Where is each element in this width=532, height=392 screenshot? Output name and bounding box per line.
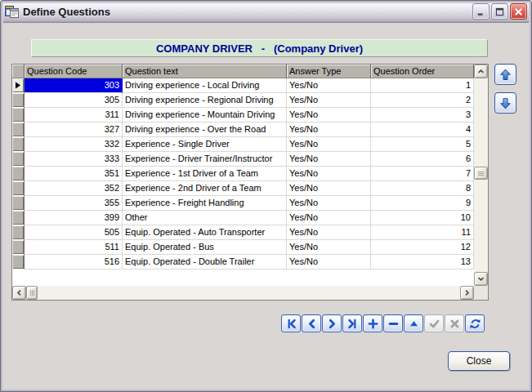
- cell-answer-type[interactable]: Yes/No: [287, 240, 371, 255]
- cell-question-code[interactable]: 351: [25, 167, 123, 181]
- cell-answer-type[interactable]: Yes/No: [287, 225, 371, 240]
- close-button[interactable]: Close: [448, 351, 510, 371]
- cell-question-text[interactable]: Driving experience - Over the Road: [123, 122, 287, 137]
- cell-question-text[interactable]: Equip. Operated - Bus: [123, 240, 287, 255]
- cell-answer-type[interactable]: Yes/No: [287, 255, 371, 270]
- table-row[interactable]: 333Experience - Driver Trainer/Instructo…: [12, 152, 474, 167]
- column-header-question-text[interactable]: Question text: [123, 65, 287, 78]
- cell-question-text[interactable]: Experience - Freight Handling: [123, 196, 287, 211]
- cell-question-text[interactable]: Other: [123, 211, 287, 225]
- cell-question-code[interactable]: 333: [25, 152, 123, 167]
- minimize-button[interactable]: [472, 3, 490, 20]
- nav-insert-button[interactable]: [363, 314, 382, 332]
- cell-question-code[interactable]: 332: [25, 137, 123, 152]
- move-up-button[interactable]: [494, 64, 516, 85]
- nav-first-button[interactable]: [281, 314, 301, 332]
- nav-edit-button[interactable]: [404, 314, 423, 332]
- scroll-left-button[interactable]: [12, 286, 26, 300]
- row-selector[interactable]: [12, 196, 25, 211]
- table-row[interactable]: 516Equip. Operated - Double TrailerYes/N…: [12, 255, 474, 270]
- cell-question-order[interactable]: 10: [371, 211, 474, 225]
- table-row[interactable]: 305Driving experience - Regional Driving…: [12, 93, 474, 108]
- row-selector[interactable]: [12, 225, 25, 240]
- cell-question-text[interactable]: Driving experience - Local Driving: [123, 78, 287, 93]
- cell-question-order[interactable]: 8: [371, 181, 474, 196]
- cell-question-code[interactable]: 305: [25, 93, 123, 108]
- nav-refresh-button[interactable]: [465, 314, 485, 332]
- cell-question-text[interactable]: Experience - Single Driver: [123, 137, 287, 152]
- cell-question-text[interactable]: Equip. Operated - Auto Transporter: [123, 225, 287, 240]
- horizontal-scroll-thumb[interactable]: [26, 286, 38, 300]
- cell-question-code[interactable]: 399: [25, 211, 123, 225]
- row-selector[interactable]: [12, 122, 25, 137]
- row-selector[interactable]: [12, 93, 25, 108]
- column-header-answer-type[interactable]: Answer Type: [287, 65, 371, 78]
- row-selector[interactable]: [12, 167, 25, 181]
- nav-last-button[interactable]: [342, 314, 362, 332]
- column-header-question-order[interactable]: Question Order: [371, 65, 474, 78]
- cell-question-order[interactable]: 1: [371, 78, 474, 93]
- horizontal-scrollbar[interactable]: [12, 286, 474, 300]
- cell-answer-type[interactable]: Yes/No: [287, 152, 371, 167]
- cell-question-order[interactable]: 6: [371, 152, 474, 167]
- current-row-indicator[interactable]: [12, 78, 25, 93]
- cell-question-text[interactable]: Driving experience - Regional Driving: [123, 93, 287, 108]
- cell-question-text[interactable]: Experience - 1st Driver of a Team: [123, 167, 287, 181]
- cell-answer-type[interactable]: Yes/No: [287, 108, 371, 122]
- table-row[interactable]: 505Equip. Operated - Auto TransporterYes…: [12, 225, 474, 240]
- vertical-scroll-thumb[interactable]: [474, 167, 488, 180]
- row-selector[interactable]: [12, 240, 25, 255]
- table-row[interactable]: 311Driving experience - Mountain Driving…: [12, 108, 474, 122]
- cell-question-code[interactable]: 505: [25, 225, 123, 240]
- cell-question-code[interactable]: 327: [25, 122, 123, 137]
- vertical-scrollbar[interactable]: [474, 65, 488, 286]
- table-row[interactable]: 355Experience - Freight HandlingYes/No9: [12, 196, 474, 211]
- cell-question-code[interactable]: 303: [25, 78, 123, 93]
- titlebar-close-button[interactable]: [510, 3, 527, 20]
- cell-question-order[interactable]: 3: [371, 108, 474, 122]
- table-row[interactable]: 399OtherYes/No10: [12, 211, 474, 225]
- table-row[interactable]: 511Equip. Operated - BusYes/No12: [12, 240, 474, 255]
- scroll-right-button[interactable]: [460, 286, 474, 300]
- table-row[interactable]: 327Driving experience - Over the RoadYes…: [12, 122, 474, 137]
- scroll-down-button[interactable]: [474, 272, 488, 286]
- cell-answer-type[interactable]: Yes/No: [287, 181, 371, 196]
- cell-question-text[interactable]: Experience - Driver Trainer/Instructor: [123, 152, 287, 167]
- cell-answer-type[interactable]: Yes/No: [287, 211, 371, 225]
- cell-answer-type[interactable]: Yes/No: [287, 137, 371, 152]
- cell-question-order[interactable]: 2: [371, 93, 474, 108]
- maximize-button[interactable]: [491, 3, 508, 20]
- row-selector[interactable]: [12, 137, 25, 152]
- column-header-question-code[interactable]: Question Code: [25, 65, 123, 78]
- nav-delete-button[interactable]: [383, 314, 403, 332]
- cell-question-code[interactable]: 352: [25, 181, 123, 196]
- nav-prior-button[interactable]: [302, 314, 321, 332]
- cell-question-order[interactable]: 4: [371, 122, 474, 137]
- cell-question-order[interactable]: 11: [371, 225, 474, 240]
- row-selector[interactable]: [12, 152, 25, 167]
- row-selector[interactable]: [12, 211, 25, 225]
- cell-question-code[interactable]: 311: [25, 108, 123, 122]
- cell-question-code[interactable]: 516: [25, 255, 123, 270]
- title-bar[interactable]: Define Questions: [1, 1, 531, 23]
- table-row[interactable]: 332Experience - Single DriverYes/No5: [12, 137, 474, 152]
- move-down-button[interactable]: [494, 92, 516, 114]
- cell-question-code[interactable]: 511: [25, 240, 123, 255]
- cell-question-code[interactable]: 355: [25, 196, 123, 211]
- cell-answer-type[interactable]: Yes/No: [287, 167, 371, 181]
- cell-answer-type[interactable]: Yes/No: [287, 122, 371, 137]
- cell-question-text[interactable]: Experience - 2nd Driver of a Team: [123, 181, 287, 196]
- row-selector[interactable]: [12, 108, 25, 122]
- cell-question-order[interactable]: 12: [371, 240, 474, 255]
- cell-question-order[interactable]: 7: [371, 167, 474, 181]
- nav-next-button[interactable]: [322, 314, 342, 332]
- scroll-up-button[interactable]: [474, 65, 488, 78]
- row-selector[interactable]: [12, 181, 25, 196]
- cell-answer-type[interactable]: Yes/No: [287, 93, 371, 108]
- row-selector[interactable]: [12, 255, 25, 270]
- table-row[interactable]: 303Driving experience - Local DrivingYes…: [12, 78, 474, 93]
- cell-question-order[interactable]: 13: [371, 255, 474, 270]
- cell-answer-type[interactable]: Yes/No: [287, 78, 371, 93]
- table-row[interactable]: 352Experience - 2nd Driver of a TeamYes/…: [12, 181, 474, 196]
- cell-question-order[interactable]: 5: [371, 137, 474, 152]
